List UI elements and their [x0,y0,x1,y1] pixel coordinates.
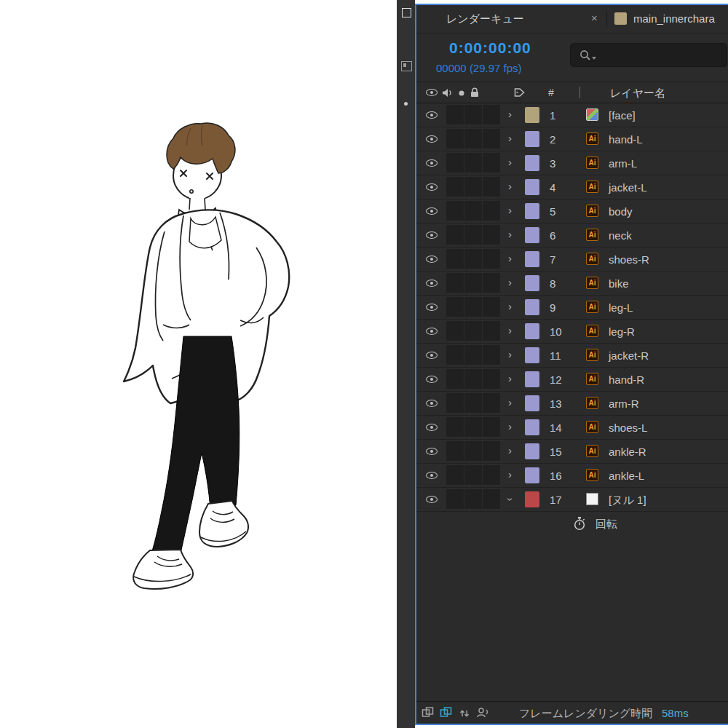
layer-name[interactable]: arm-L [609,157,637,170]
switch-cell[interactable] [464,345,482,365]
label-color-swatch[interactable] [525,347,539,363]
eye-icon[interactable] [426,280,438,287]
expand-arrow-icon[interactable]: › [508,276,512,289]
switch-cell[interactable] [446,417,464,437]
label-color-swatch[interactable] [525,155,539,171]
switch-cell[interactable] [446,321,464,341]
switch-cell[interactable] [464,369,482,389]
switch-cell[interactable] [446,345,464,365]
expand-arrow-icon[interactable]: › [508,468,512,481]
eye-icon[interactable] [426,304,438,311]
eye-icon[interactable] [426,256,438,263]
layer-name[interactable]: leg-L [609,301,633,314]
expand-arrow-icon[interactable]: › [508,396,512,409]
switch-cell[interactable] [464,249,482,269]
label-color-swatch[interactable] [525,203,539,219]
eye-icon[interactable] [426,207,438,215]
layer-name[interactable]: jacket-R [609,349,649,362]
layer-row[interactable]: › 15 Ai ankle-R [416,440,728,464]
layer-name[interactable]: leg-R [609,325,635,338]
label-color-swatch[interactable] [525,275,539,291]
switch-cell[interactable] [464,129,482,149]
switch-cell[interactable] [446,201,464,221]
switch-cell[interactable] [483,105,500,124]
switch-cell[interactable] [464,393,482,413]
switch-cell[interactable] [464,201,482,221]
label-color-swatch[interactable] [525,371,539,387]
transfer-controls-icon[interactable] [476,706,491,719]
layer-name[interactable]: bike [609,277,629,290]
search-box[interactable] [570,43,727,67]
switch-cell[interactable] [483,153,500,173]
switch-cell[interactable] [446,105,464,124]
switch-cell[interactable] [446,177,464,197]
label-color-swatch[interactable] [525,227,539,243]
switch-cell[interactable] [464,297,482,317]
eye-icon[interactable] [426,496,438,503]
layer-row[interactable]: › 5 Ai body [416,199,728,223]
switch-cell[interactable] [483,297,500,317]
switch-cell[interactable] [446,393,464,413]
switch-cell[interactable] [446,273,464,293]
layer-name[interactable]: ankle-R [609,446,646,458]
switch-cell[interactable] [483,225,500,245]
expand-arrow-icon[interactable]: › [508,300,512,313]
rotation-property-label[interactable]: 回転 [596,518,617,531]
expand-arrow-icon[interactable]: › [508,348,512,361]
eye-icon[interactable] [426,183,438,191]
label-color-swatch[interactable] [525,131,539,147]
layer-name[interactable]: hand-L [609,133,643,146]
shy-toggle-icon[interactable] [459,706,470,719]
layer-row[interactable]: › 1 [face] [416,103,728,127]
layer-name[interactable]: [ヌル 1] [609,494,646,507]
layer-row[interactable]: › 17 [ヌル 1] [416,488,728,512]
switch-cell[interactable] [464,417,482,437]
expand-arrow-icon[interactable]: › [508,228,512,241]
label-color-swatch[interactable] [525,467,539,483]
label-color-swatch[interactable] [525,299,539,315]
layer-row[interactable]: › 10 Ai leg-R [416,320,728,344]
label-color-swatch[interactable] [525,395,539,411]
layer-name[interactable]: shoes-L [609,422,647,434]
expand-arrow-icon[interactable]: › [508,204,512,217]
switch-cell[interactable] [483,393,500,413]
label-color-swatch[interactable] [525,107,539,123]
eye-icon[interactable] [426,472,438,479]
layer-name[interactable]: body [609,205,633,218]
switch-cell[interactable] [464,321,482,341]
label-color-swatch[interactable] [525,323,539,339]
layer-row[interactable]: › 13 Ai arm-R [416,392,728,416]
eye-icon[interactable] [426,376,438,383]
switch-cell[interactable] [446,369,464,389]
switch-cell[interactable] [483,321,500,341]
layer-name[interactable]: hand-R [609,373,644,386]
composition-canvas[interactable] [0,0,397,728]
label-color-swatch[interactable] [525,251,539,267]
rotation-property-row[interactable]: 回転 [416,512,728,535]
switch-cell[interactable] [464,105,482,124]
layer-row[interactable]: › 2 Ai hand-L [416,127,728,151]
expand-arrow-icon[interactable]: › [508,444,512,457]
switch-cell[interactable] [464,441,482,461]
search-input[interactable] [600,46,723,66]
expand-arrow-icon[interactable]: › [508,252,512,265]
layer-row[interactable]: › 8 Ai bike [416,272,728,296]
draft-3d-icon[interactable] [440,706,453,719]
switch-cell[interactable] [464,489,482,509]
expand-arrow-icon[interactable]: › [508,108,512,121]
eye-icon[interactable] [426,232,438,239]
layer-name[interactable]: jacket-L [609,181,647,194]
switch-cell[interactable] [446,153,464,173]
stopwatch-icon[interactable] [572,516,587,531]
layer-name[interactable]: [face] [609,109,636,122]
eye-icon[interactable] [426,352,438,359]
label-color-swatch[interactable] [525,491,539,507]
layer-row[interactable]: › 9 Ai leg-L [416,296,728,320]
switch-cell[interactable] [483,249,500,269]
eye-icon[interactable] [426,111,438,119]
layer-name[interactable]: ankle-L [609,470,644,482]
switch-cell[interactable] [446,129,464,149]
switch-cell[interactable] [446,225,464,245]
tab-composition[interactable]: main_innerchara [633,12,715,25]
layer-row[interactable]: › 3 Ai arm-L [416,151,728,175]
